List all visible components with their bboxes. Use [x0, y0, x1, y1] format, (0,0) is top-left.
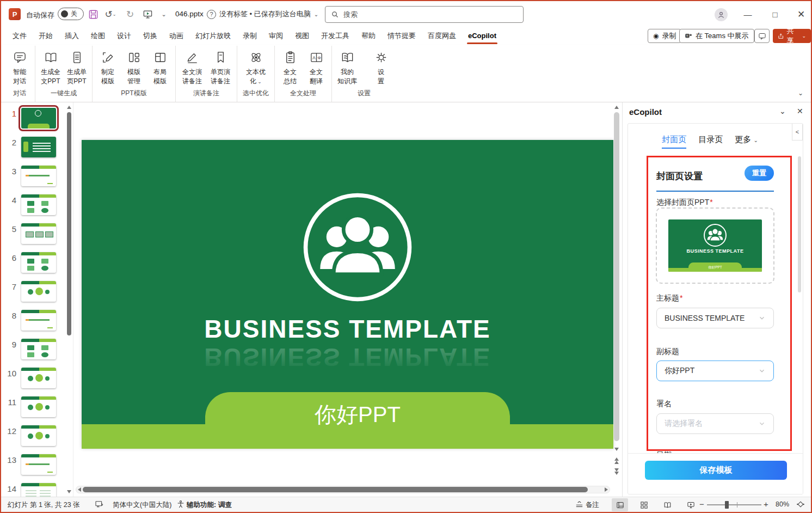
- ribbon-tab-插入[interactable]: 插入: [59, 27, 85, 45]
- cover-template-picker[interactable]: BUSINESS TEMPLATE 你好PPT: [656, 207, 774, 284]
- ribbon-tab-设计[interactable]: 设计: [111, 27, 137, 45]
- slide-thumbnail-11[interactable]: [21, 396, 56, 417]
- subtitle-select[interactable]: 你好PPT: [656, 361, 774, 381]
- undo-button[interactable]: ↺⌄: [103, 8, 118, 21]
- single-page-notes-button[interactable]: 单页演 讲备注: [206, 47, 235, 87]
- my-knowledge-base-button[interactable]: 我的 知识库: [334, 47, 360, 87]
- qat-overflow-button[interactable]: ⌄: [157, 8, 171, 21]
- save-template-button[interactable]: 保存模板: [645, 461, 787, 480]
- close-button[interactable]: ✕: [792, 7, 810, 22]
- ribbon-tab-审阅[interactable]: 审阅: [263, 27, 289, 45]
- scroll-up-icon[interactable]: [614, 106, 619, 109]
- scroll-down-icon[interactable]: [67, 490, 71, 493]
- comments-button[interactable]: [754, 29, 770, 43]
- smart-chat-button[interactable]: 智能 对话: [7, 47, 33, 87]
- ribbon-tab-情节提要[interactable]: 情节提要: [382, 27, 422, 45]
- slide-editor[interactable]: BUSINESS TEMPLATE BUSINESS TEMPLATE 你好PP…: [82, 140, 613, 449]
- zoom-out-button[interactable]: −: [699, 499, 704, 509]
- slide-subtitle[interactable]: 你好PPT: [205, 400, 510, 430]
- slide-thumbnail-13[interactable]: [21, 454, 56, 475]
- slide-thumbnail-3[interactable]: [21, 166, 56, 186]
- tab-toc-page[interactable]: 目录页: [698, 135, 723, 149]
- thumbnail-scrollbar[interactable]: [66, 105, 72, 494]
- slide-thumbnail-6[interactable]: [21, 252, 56, 273]
- document-status[interactable]: ? 没有标签 • 已保存到这台电脑 ⌄: [207, 9, 318, 19]
- minimize-button[interactable]: —: [739, 7, 756, 22]
- slide-thumbnail-2[interactable]: [21, 137, 56, 157]
- text-optimize-button[interactable]: 文本优 化⌄: [242, 47, 270, 87]
- zoom-slider-handle[interactable]: [725, 501, 729, 509]
- ribbon-tab-eCopilot[interactable]: eCopilot: [462, 27, 502, 45]
- slide-thumbnail-5[interactable]: [21, 223, 56, 244]
- ribbon-tab-录制[interactable]: 录制: [237, 27, 263, 45]
- zoom-in-button[interactable]: +: [764, 499, 768, 509]
- scroll-left-icon[interactable]: [78, 487, 81, 492]
- slide-thumbnail-8[interactable]: [21, 310, 56, 331]
- generate-single-page-ppt-button[interactable]: 生成单 页PPT: [64, 47, 90, 87]
- reset-button[interactable]: 重置: [745, 166, 774, 181]
- template-manage-button[interactable]: 模版 管理: [121, 47, 147, 87]
- tab-cover-page[interactable]: 封面页: [662, 135, 686, 149]
- zoom-slider-track[interactable]: [707, 504, 761, 505]
- full-text-summary-button[interactable]: 全文 总结: [277, 47, 303, 87]
- scroll-down-icon[interactable]: [614, 448, 619, 451]
- ribbon-tab-帮助[interactable]: 帮助: [355, 27, 382, 45]
- save-button[interactable]: [86, 8, 100, 21]
- vertical-scrollbar[interactable]: [613, 103, 620, 479]
- slide-main-title[interactable]: BUSINESS TEMPLATE: [82, 314, 613, 344]
- start-slideshow-button[interactable]: [140, 8, 155, 21]
- panel-chevron-icon[interactable]: ⌄: [779, 107, 786, 115]
- slide-thumbnail-1[interactable]: [21, 108, 56, 129]
- scrollbar-thumb[interactable]: [67, 112, 71, 335]
- reading-view-button[interactable]: [659, 498, 675, 511]
- next-slide-button[interactable]: [613, 468, 620, 477]
- slide-sorter-view-button[interactable]: [636, 498, 652, 511]
- zoom-level[interactable]: 80%: [776, 500, 789, 508]
- generate-full-ppt-button[interactable]: 生成全 文PPT: [38, 47, 64, 87]
- ribbon-tab-绘图[interactable]: 绘图: [85, 27, 111, 45]
- slide-thumbnail-9[interactable]: [21, 339, 56, 359]
- settings-button[interactable]: 设 置: [368, 47, 394, 87]
- scrollbar-thumb[interactable]: [83, 487, 588, 492]
- display-settings-icon[interactable]: [95, 500, 103, 510]
- account-avatar[interactable]: [715, 8, 728, 21]
- slide-thumbnail-4[interactable]: [21, 194, 56, 215]
- layout-template-button[interactable]: 布局 模版: [147, 47, 173, 87]
- redo-button[interactable]: ↻: [123, 8, 137, 21]
- ribbon-tab-幻灯片放映[interactable]: 幻灯片放映: [189, 27, 237, 45]
- slideshow-view-button[interactable]: [682, 498, 699, 511]
- ribbon-tab-视图[interactable]: 视图: [289, 27, 315, 45]
- normal-view-button[interactable]: [612, 498, 628, 511]
- maximize-button[interactable]: □: [766, 7, 784, 22]
- full-text-translate-button[interactable]: AΦ 全文 翻译: [303, 47, 329, 87]
- panel-scrollbar-thumb[interactable]: [798, 156, 801, 292]
- accessibility-status[interactable]: 辅助功能: 调查: [187, 500, 232, 510]
- search-input[interactable]: 搜索: [325, 6, 524, 23]
- ribbon-tab-百度网盘[interactable]: 百度网盘: [422, 27, 462, 45]
- share-button[interactable]: 共享 ⌄: [773, 29, 811, 43]
- zoom-fit-icon[interactable]: [796, 500, 805, 510]
- ribbon-collapse-chevron[interactable]: ⌄: [798, 89, 803, 97]
- notes-button[interactable]: 备注: [586, 500, 599, 510]
- full-speech-notes-button[interactable]: 全文演 讲备注: [178, 47, 206, 87]
- create-template-button[interactable]: 制定 模版: [95, 47, 121, 87]
- language-status[interactable]: 简体中文(中国大陆): [113, 500, 171, 510]
- ribbon-tab-开发工具[interactable]: 开发工具: [315, 27, 355, 45]
- ribbon-tab-文件[interactable]: 文件: [7, 27, 33, 45]
- autosave-toggle[interactable]: 关: [58, 8, 84, 20]
- present-in-teams-button[interactable]: T 在 Teams 中展示: [679, 29, 754, 43]
- ribbon-tab-动画[interactable]: 动画: [163, 27, 189, 45]
- scroll-right-icon[interactable]: [605, 487, 608, 492]
- previous-slide-button[interactable]: [613, 457, 620, 466]
- scroll-up-icon[interactable]: [67, 106, 71, 109]
- slide-thumbnail-14[interactable]: [21, 483, 56, 497]
- accessibility-icon[interactable]: [176, 500, 185, 510]
- collapse-panel-button[interactable]: <: [792, 123, 803, 141]
- scrollbar-thumb[interactable]: [614, 112, 619, 441]
- record-button[interactable]: ◉ 录制: [648, 29, 681, 43]
- ribbon-tab-开始[interactable]: 开始: [33, 27, 59, 45]
- signature-select[interactable]: 请选择署名: [656, 413, 774, 434]
- cover-template-preview[interactable]: BUSINESS TEMPLATE 你好PPT: [668, 219, 762, 272]
- tab-more[interactable]: 更多 ⌄: [735, 135, 758, 149]
- slide-thumbnail-7[interactable]: [21, 281, 56, 302]
